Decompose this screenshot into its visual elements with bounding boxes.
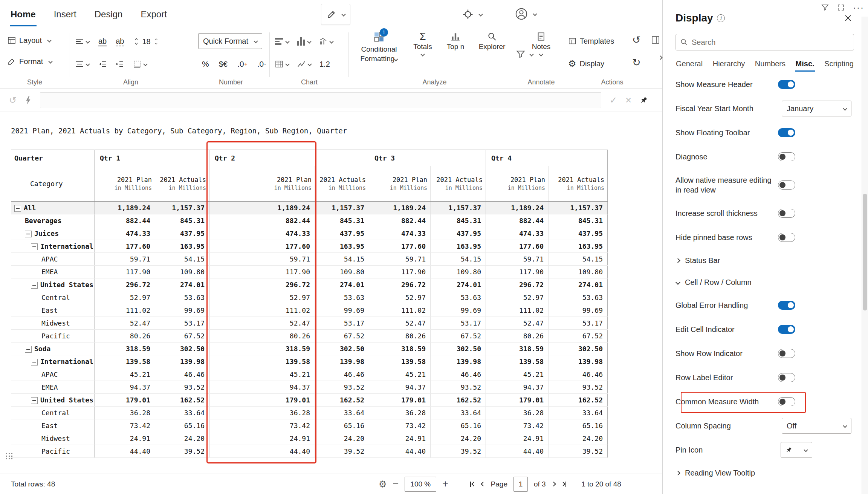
formula-input[interactable] <box>40 92 601 108</box>
cell-qtr-3-actuals-midwest[interactable]: 24.20 <box>431 432 486 445</box>
cell-qtr-3-plan-emea[interactable]: 117.90 <box>369 266 431 278</box>
previous-page-button[interactable] <box>481 482 485 486</box>
combo-chart-button[interactable] <box>319 37 333 46</box>
cell-qtr-3-actuals-apac[interactable]: 46.46 <box>431 368 486 381</box>
cell-qtr-4-actuals-central[interactable]: 53.63 <box>549 291 608 304</box>
measure-header-qtr-1-2021-actuals[interactable]: 2021 Actualsin Millions <box>155 166 209 202</box>
bar-chart-button[interactable] <box>275 38 289 45</box>
cell-qtr-3-plan-soda[interactable]: 318.59 <box>369 343 431 355</box>
cell-qtr-3-actuals-central[interactable]: 33.64 <box>431 407 486 419</box>
row-label-apac[interactable]: APAC <box>11 368 95 381</box>
row-label-emea[interactable]: EMEA <box>11 266 95 278</box>
cell-qtr-4-plan-beverages[interactable]: 882.44 <box>486 214 549 227</box>
cell-qtr-4-actuals-international[interactable]: 163.95 <box>549 240 608 253</box>
format-button[interactable]: Format <box>8 54 52 69</box>
collapse-icon[interactable] <box>25 346 32 353</box>
cell-qtr-2-plan-emea[interactable]: 94.37 <box>209 381 315 394</box>
top-n-button[interactable]: Top n <box>443 32 468 51</box>
cell-qtr-3-plan-international[interactable]: 177.60 <box>369 240 431 253</box>
cell-qtr-1-actuals-central[interactable]: 53.63 <box>155 291 209 304</box>
vertical-align-button[interactable] <box>75 60 89 68</box>
underline-button[interactable]: ab <box>98 37 107 46</box>
filter-icon[interactable] <box>821 4 829 11</box>
cell-qtr-1-actuals-east[interactable]: 65.16 <box>155 419 209 432</box>
cell-qtr-2-actuals-international[interactable]: 139.98 <box>315 355 369 368</box>
cell-qtr-3-plan-juices[interactable]: 474.33 <box>369 227 431 240</box>
first-page-button[interactable] <box>470 482 475 487</box>
cell-qtr-1-actuals-midwest[interactable]: 53.17 <box>155 317 209 330</box>
cell-qtr-1-actuals-international[interactable]: 139.98 <box>155 355 209 368</box>
cell-qtr-1-actuals-international[interactable]: 163.95 <box>155 240 209 253</box>
row-label-united-states[interactable]: United States <box>11 394 95 407</box>
toggle-show-floating-toolbar[interactable] <box>778 128 795 137</box>
row-label-international[interactable]: International <box>11 355 95 368</box>
row-label-soda[interactable]: Soda <box>11 343 95 355</box>
toggle-show-measure-header[interactable] <box>778 80 795 89</box>
cell-qtr-4-actuals-juices[interactable]: 437.95 <box>549 227 608 240</box>
decrease-decimal-button[interactable]: .0- <box>257 60 266 69</box>
cell-qtr-4-actuals-united-states[interactable]: 274.01 <box>549 278 608 291</box>
section-cell-row-column[interactable]: Cell / Row / Column <box>675 271 854 293</box>
cell-qtr-1-plan-pacific[interactable]: 44.40 <box>95 445 155 458</box>
toggle-edit-cell-indicator[interactable] <box>778 325 795 334</box>
cell-qtr-1-actuals-united-states[interactable]: 162.52 <box>155 394 209 407</box>
quarter-header-qtr-4[interactable]: Qtr 4 <box>486 150 608 166</box>
cell-qtr-2-actuals-united-states[interactable]: 274.01 <box>315 278 369 291</box>
next-page-button[interactable] <box>552 482 555 486</box>
cell-qtr-4-plan-pacific[interactable]: 80.26 <box>486 330 549 343</box>
cell-qtr-1-plan-apac[interactable]: 59.71 <box>95 253 155 266</box>
layout-button[interactable]: Layout <box>8 32 52 48</box>
row-label-apac[interactable]: APAC <box>11 253 95 266</box>
cell-qtr-3-plan-beverages[interactable]: 882.44 <box>369 214 431 227</box>
cell-qtr-2-actuals-beverages[interactable]: 845.31 <box>315 214 369 227</box>
cell-qtr-2-plan-all[interactable]: 1,189.24 <box>209 202 315 214</box>
row-label-pacific[interactable]: Pacific <box>11 445 95 458</box>
cell-qtr-1-plan-midwest[interactable]: 52.47 <box>95 317 155 330</box>
cell-qtr-1-actuals-apac[interactable]: 46.46 <box>155 368 209 381</box>
zoom-in-button[interactable]: + <box>442 478 448 490</box>
toggle-show-row-indicator[interactable] <box>778 349 795 358</box>
cell-qtr-3-actuals-east[interactable]: 99.69 <box>431 304 486 317</box>
section-reading-view-tooltip[interactable]: Reading View Tooltip <box>675 462 854 484</box>
toggle-row-label-editor[interactable] <box>778 373 795 382</box>
last-page-button[interactable] <box>561 482 567 487</box>
currency-button[interactable]: $€ <box>219 60 228 69</box>
cell-qtr-4-actuals-midwest[interactable]: 53.17 <box>549 317 608 330</box>
cell-qtr-1-actuals-soda[interactable]: 302.50 <box>155 343 209 355</box>
table-view-button[interactable] <box>275 60 289 68</box>
wrap-text-button[interactable]: ab <box>116 37 124 46</box>
cell-qtr-1-plan-international[interactable]: 139.58 <box>95 355 155 368</box>
cell-qtr-1-plan-united-states[interactable]: 179.01 <box>95 394 155 407</box>
cell-qtr-3-actuals-east[interactable]: 65.16 <box>431 419 486 432</box>
cell-qtr-2-plan-united-states[interactable]: 179.01 <box>209 394 315 407</box>
cell-qtr-1-actuals-all[interactable]: 1,157.37 <box>155 202 209 214</box>
panel-tab-numbers[interactable]: Numbers <box>755 56 786 72</box>
cell-qtr-3-plan-apac[interactable]: 59.71 <box>369 253 431 266</box>
collapse-icon[interactable] <box>25 231 32 237</box>
quarter-header-qtr-3[interactable]: Qtr 3 <box>369 150 486 166</box>
row-label-juices[interactable]: Juices <box>11 227 95 240</box>
measure-header-qtr-2-2021-plan[interactable]: 2021 Planin Millions <box>209 166 315 202</box>
search-box[interactable] <box>675 34 854 50</box>
cell-qtr-4-actuals-apac[interactable]: 54.15 <box>549 253 608 266</box>
toggle-allow-native-measure-editing-in-read-view[interactable] <box>778 180 795 190</box>
collapse-icon[interactable] <box>14 205 21 212</box>
cell-qtr-3-plan-central[interactable]: 52.97 <box>369 291 431 304</box>
cell-qtr-3-plan-pacific[interactable]: 80.26 <box>369 330 431 343</box>
measure-header-qtr-4-2021-plan[interactable]: 2021 Planin Millions <box>486 166 549 202</box>
cell-qtr-4-plan-apac[interactable]: 45.21 <box>486 368 549 381</box>
cell-qtr-2-plan-pacific[interactable]: 44.40 <box>209 445 315 458</box>
cell-qtr-2-plan-beverages[interactable]: 882.44 <box>209 214 315 227</box>
cell-qtr-4-plan-united-states[interactable]: 296.72 <box>486 278 549 291</box>
totals-button[interactable]: Σ Totals <box>409 32 436 56</box>
cell-qtr-1-plan-pacific[interactable]: 80.26 <box>95 330 155 343</box>
row-label-emea[interactable]: EMEA <box>11 381 95 394</box>
tab-design[interactable]: Design <box>94 8 124 20</box>
cell-qtr-1-plan-central[interactable]: 52.97 <box>95 291 155 304</box>
panel-tab-hierarchy[interactable]: Hierarchy <box>712 56 746 72</box>
cell-qtr-2-plan-juices[interactable]: 474.33 <box>209 227 315 240</box>
panel-scrollbar[interactable] <box>862 17 868 494</box>
scrollbar-thumb[interactable] <box>863 194 867 310</box>
cell-qtr-1-plan-central[interactable]: 36.28 <box>95 407 155 419</box>
row-label-pacific[interactable]: Pacific <box>11 330 95 343</box>
